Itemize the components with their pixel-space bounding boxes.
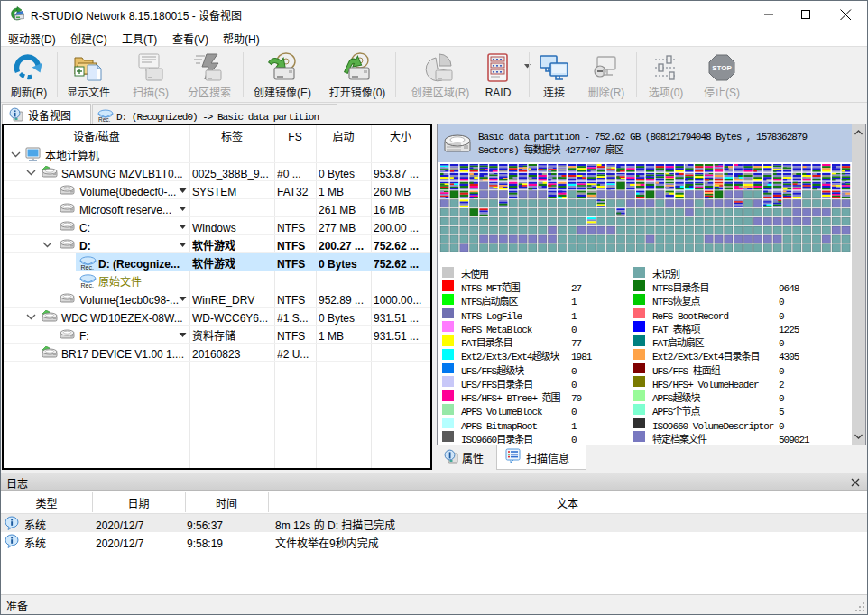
svg-text:Rec.: Rec. xyxy=(81,264,94,271)
svg-text:Rec.: Rec. xyxy=(98,116,111,123)
svg-text:Rec.: Rec. xyxy=(81,282,94,289)
svg-text:STOP: STOP xyxy=(712,64,732,72)
